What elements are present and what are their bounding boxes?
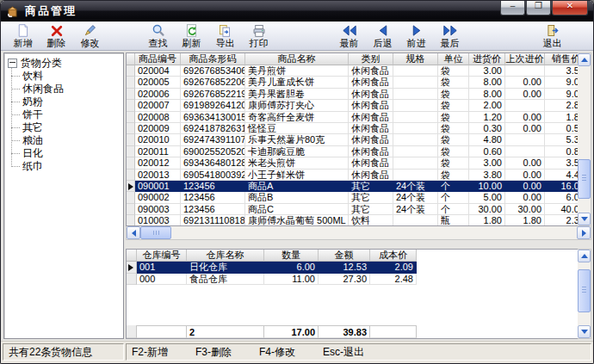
column-header-8[interactable]: 销售价 bbox=[545, 53, 578, 65]
cell[interactable]: 0.00 bbox=[505, 192, 545, 203]
cell[interactable]: 020010 bbox=[135, 134, 181, 145]
cell[interactable]: 0.00 bbox=[505, 157, 545, 169]
previous-record-button[interactable]: 后退 bbox=[366, 22, 399, 51]
cell[interactable] bbox=[505, 146, 545, 157]
cell[interactable]: 000 bbox=[137, 274, 187, 286]
cell[interactable] bbox=[393, 77, 438, 88]
cell[interactable] bbox=[393, 112, 438, 123]
print-button[interactable]: 打印 bbox=[242, 22, 275, 51]
cell[interactable]: 饮料 bbox=[349, 215, 393, 226]
close-button[interactable]: ✕ bbox=[552, 1, 588, 15]
cell[interactable]: 休闲食品 bbox=[349, 157, 393, 169]
column-header-5[interactable]: 单位 bbox=[438, 53, 469, 65]
scroll-track[interactable] bbox=[578, 262, 591, 269]
cell[interactable]: 袋 bbox=[438, 170, 469, 181]
cell[interactable]: 020006 bbox=[135, 89, 181, 100]
collapse-icon[interactable] bbox=[8, 59, 17, 68]
cell[interactable]: 袋 bbox=[438, 146, 469, 157]
cell[interactable]: 12.53 bbox=[319, 262, 370, 274]
cell[interactable]: 020013 bbox=[135, 170, 181, 181]
minimize-button[interactable]: – bbox=[500, 1, 525, 15]
cell[interactable]: 10.00 bbox=[469, 181, 505, 192]
cell[interactable] bbox=[393, 170, 438, 181]
cell[interactable]: 6926768534066 bbox=[181, 65, 245, 77]
tree-item-3[interactable]: 饼干 bbox=[11, 108, 121, 121]
cell[interactable]: 16.00 bbox=[545, 181, 578, 192]
cell[interactable]: 日化仓库 bbox=[187, 262, 264, 274]
column-header-4[interactable]: 规格 bbox=[393, 53, 438, 65]
product-row-3[interactable]: 0200076919892641205康师傅苏打夹心休闲食品袋2.002.80 bbox=[127, 100, 578, 111]
warehouse-row-0[interactable]: 001日化仓库6.0012.532.09 bbox=[127, 262, 578, 274]
cell[interactable]: 1.80 bbox=[505, 215, 545, 226]
cell[interactable]: 6926768522193 bbox=[181, 89, 245, 100]
cell[interactable]: 3.50 bbox=[545, 157, 578, 169]
product-row-13[interactable]: 0100036921311108183康师傅水晶葡萄 500ML饮料瓶1.801… bbox=[127, 215, 578, 226]
scroll-track[interactable] bbox=[171, 226, 577, 239]
cell[interactable] bbox=[393, 123, 438, 134]
scroll-track[interactable] bbox=[578, 66, 591, 159]
cell[interactable]: 3.50 bbox=[545, 65, 578, 77]
cell[interactable]: 0.60 bbox=[469, 146, 505, 157]
column-header-2[interactable]: 数量 bbox=[264, 250, 319, 262]
cell[interactable]: 020011 bbox=[135, 146, 181, 157]
cell[interactable]: 小王子鲜米饼 bbox=[245, 170, 349, 181]
cell[interactable]: 27.30 bbox=[319, 274, 370, 286]
cell[interactable]: 休闲食品 bbox=[349, 77, 393, 88]
cell[interactable]: 休闲食品 bbox=[349, 100, 393, 111]
cell[interactable] bbox=[505, 100, 545, 111]
cell[interactable]: 卡迪那豌豆脆 bbox=[245, 146, 349, 157]
cell[interactable]: 1.80 bbox=[545, 112, 578, 123]
cell[interactable] bbox=[393, 100, 438, 111]
cell[interactable]: 休闲食品 bbox=[349, 89, 393, 100]
cell[interactable] bbox=[393, 146, 438, 157]
scroll-up-button[interactable] bbox=[578, 53, 591, 66]
refresh-button[interactable]: 刷新 bbox=[175, 22, 208, 51]
cell[interactable]: 8.00 bbox=[469, 89, 505, 100]
products-horizontal-scrollbar[interactable] bbox=[126, 226, 591, 240]
product-row-9[interactable]: 0200136905418003923小王子鲜米饼休闲食品袋3.800.004.… bbox=[127, 170, 578, 181]
cell[interactable]: 020004 bbox=[135, 65, 181, 77]
cell[interactable]: 2.30 bbox=[545, 215, 578, 226]
column-header-2[interactable]: 商品名称 bbox=[245, 53, 349, 65]
cell[interactable]: 0.00 bbox=[505, 181, 545, 192]
warehouse-vertical-scrollbar[interactable] bbox=[578, 249, 591, 339]
cell[interactable]: 0.00 bbox=[505, 112, 545, 123]
product-row-11[interactable]: 090002123456商品B其它24个装个5.000.006.00 bbox=[127, 192, 578, 203]
cell[interactable]: 090003 bbox=[135, 204, 181, 215]
cell[interactable]: 020009 bbox=[135, 123, 181, 134]
cell[interactable]: 8.00 bbox=[469, 77, 505, 88]
scroll-down-button[interactable] bbox=[578, 325, 591, 338]
cell[interactable]: 40.00 bbox=[545, 204, 578, 215]
cell[interactable]: 袋 bbox=[438, 112, 469, 123]
cell[interactable]: 5.00 bbox=[469, 192, 505, 203]
cell[interactable]: 休闲食品 bbox=[349, 170, 393, 181]
cell[interactable]: 0.00 bbox=[505, 89, 545, 100]
column-header-3[interactable]: 类别 bbox=[349, 53, 393, 65]
cell[interactable] bbox=[393, 157, 438, 169]
find-button[interactable]: 查找 bbox=[141, 22, 175, 51]
cell[interactable]: 4.80 bbox=[469, 134, 505, 145]
cell[interactable]: 美丹儿童成长饼 bbox=[245, 77, 349, 88]
cell[interactable]: 2.48 bbox=[370, 274, 417, 286]
tree-item-0[interactable]: 饮料 bbox=[11, 70, 121, 83]
scroll-track[interactable] bbox=[578, 199, 591, 213]
cell[interactable]: 11.00 bbox=[264, 274, 319, 286]
cell[interactable]: 其它 bbox=[349, 181, 393, 192]
cell[interactable]: 090001 bbox=[135, 181, 181, 192]
cell[interactable]: 米老头煎饼 bbox=[245, 157, 349, 169]
cell[interactable]: 2.00 bbox=[469, 100, 505, 111]
cell[interactable]: 6.00 bbox=[264, 262, 319, 274]
first-record-button[interactable]: 最前 bbox=[332, 22, 366, 51]
cell[interactable]: 食品仓库 bbox=[187, 274, 264, 286]
cell[interactable] bbox=[393, 65, 438, 77]
product-row-1[interactable]: 0200056926768522063美丹儿童成长饼休闲食品袋8.000.009… bbox=[127, 77, 578, 88]
cell[interactable]: 1.80 bbox=[469, 215, 505, 226]
cell[interactable]: 休闲食品 bbox=[349, 134, 393, 145]
cell[interactable]: 3.00 bbox=[469, 65, 505, 77]
product-row-8[interactable]: 0200126934364801284米老头煎饼休闲食品袋3.000.003.5… bbox=[127, 157, 578, 169]
tree-item-5[interactable]: 粮油 bbox=[11, 134, 121, 147]
column-header-0[interactable]: 仓库编号 bbox=[137, 250, 187, 262]
cell[interactable]: 1.20 bbox=[469, 112, 505, 123]
scroll-track[interactable] bbox=[578, 312, 591, 325]
scroll-down-button[interactable] bbox=[578, 213, 591, 225]
